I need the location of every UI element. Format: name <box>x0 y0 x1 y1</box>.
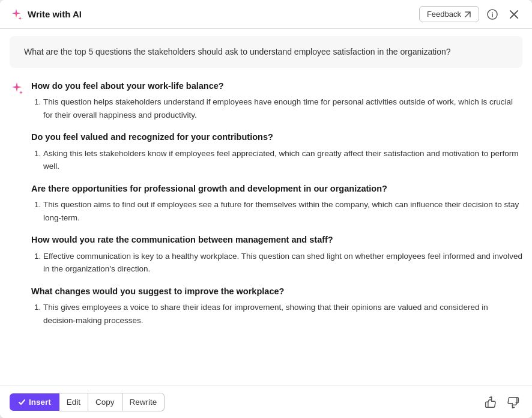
close-icon <box>510 10 518 19</box>
thumbs-down-button[interactable] <box>504 393 522 411</box>
thumbs-down-icon <box>507 396 519 408</box>
ai-sparkle-icon <box>10 81 24 95</box>
answer-2: Asking this lets stakeholders know if em… <box>31 147 522 173</box>
qa-block-5: What changes would you suggest to improv… <box>31 285 522 327</box>
answer-1: This question helps stakeholders underst… <box>31 95 522 121</box>
content-area: How do you feel about your work-life bal… <box>0 73 532 386</box>
question-3-heading: Are there opportunities for professional… <box>31 183 522 195</box>
question-2-heading: Do you feel valued and recognized for yo… <box>31 131 522 143</box>
external-link-icon <box>464 11 471 18</box>
answer-4: Effective communication is key to a heal… <box>31 250 522 276</box>
write-with-ai-logo-icon <box>10 8 23 21</box>
thumbs-up-button[interactable] <box>482 393 500 411</box>
qa-block-4: How would you rate the communication bet… <box>31 234 522 275</box>
insert-button[interactable]: Insert <box>10 393 59 411</box>
header: Write with AI Feedback <box>0 0 532 29</box>
info-button[interactable] <box>484 6 501 23</box>
question-5-heading: What changes would you suggest to improv… <box>31 285 522 297</box>
header-left: Write with AI <box>10 8 82 21</box>
response-content: How do you feel about your work-life bal… <box>31 73 522 381</box>
footer-toolbar: Insert Edit Copy Rewrite <box>0 386 532 418</box>
app-title: Write with AI <box>28 9 82 19</box>
rewrite-label: Rewrite <box>130 398 157 407</box>
ai-icon-column <box>10 73 24 381</box>
rewrite-button[interactable]: Rewrite <box>122 393 165 411</box>
edit-label: Edit <box>67 398 80 407</box>
feedback-label: Feedback <box>427 10 461 19</box>
info-icon <box>487 9 498 20</box>
qa-block-1: How do you feel about your work-life bal… <box>31 80 522 121</box>
footer-right-buttons <box>482 393 522 411</box>
answer-5: This gives employees a voice to share th… <box>31 301 522 327</box>
qa-block-2: Do you feel valued and recognized for yo… <box>31 131 522 172</box>
question-4-heading: How would you rate the communication bet… <box>31 234 522 246</box>
footer-left-buttons: Insert Edit Copy Rewrite <box>10 393 165 411</box>
qa-block-3: Are there opportunities for professional… <box>31 183 522 224</box>
copy-label: Copy <box>95 398 115 407</box>
feedback-button[interactable]: Feedback <box>419 6 479 22</box>
answer-3: This question aims to find out if employ… <box>31 198 522 224</box>
insert-check-icon <box>18 398 26 406</box>
edit-button[interactable]: Edit <box>59 393 88 411</box>
prompt-text: What are the top 5 questions the stakeho… <box>24 46 508 58</box>
prompt-area: What are the top 5 questions the stakeho… <box>10 36 522 68</box>
thumbs-up-icon <box>485 396 497 408</box>
close-button[interactable] <box>506 6 522 23</box>
copy-button[interactable]: Copy <box>88 393 122 411</box>
insert-label: Insert <box>29 398 51 407</box>
question-1-heading: How do you feel about your work-life bal… <box>31 80 522 92</box>
header-right: Feedback <box>419 6 522 23</box>
